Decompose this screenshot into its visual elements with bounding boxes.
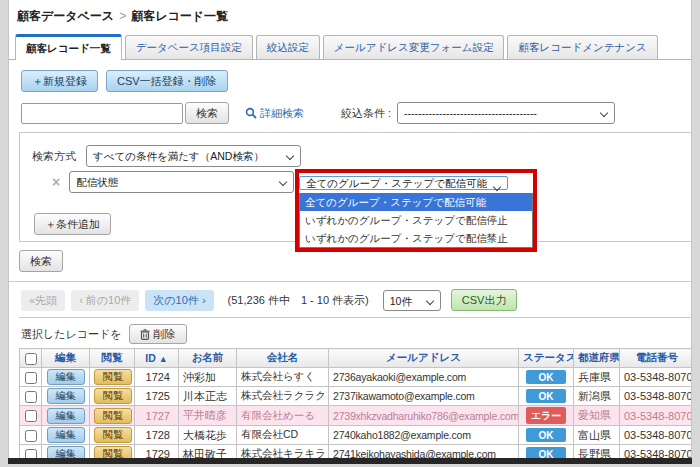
search-method-select[interactable]: すべての条件を満たす（AND検索） [86,145,301,167]
edit-button[interactable]: 編集 [47,446,85,458]
row-view-cell: 閲覧 [90,368,135,387]
view-button[interactable]: 閲覧 [94,369,132,385]
advanced-search-link[interactable]: 詳細検索 [245,106,304,121]
status-badge: OK [526,447,566,458]
row-phone: 03-5348-8070 [620,445,693,459]
dropdown-option-prohibited-any[interactable]: いずれかのグループ・ステップで配信禁止 [300,229,532,247]
row-company: 有限会社めーる [237,406,329,426]
row-checkbox-cell [20,445,42,459]
view-button[interactable]: 閲覧 [94,388,132,404]
search-bar: 検索 詳細検索 絞込条件 : -------------------------… [21,102,691,124]
new-record-button[interactable]: ＋新規登録 [21,70,98,92]
filter-condition-label: 絞込条件 : [341,106,391,121]
row-phone: 03-5348-8070 [620,368,693,387]
row-id: 1728 [135,426,179,445]
selected-records-label: 選択したレコードを [21,327,122,342]
tab-database-field-settings[interactable]: データベース項目設定 [125,35,253,59]
breadcrumb-parent: 顧客データベース [17,9,114,23]
row-checkbox[interactable] [25,391,37,403]
header-status: ステータス [519,349,574,368]
row-checkbox[interactable] [25,372,37,384]
row-id: 1727 [135,406,179,426]
header-company: 会社名 [237,349,329,368]
table-header-row: 編集 閲覧 ID ▲ お名前 会社名 メールアドレス ステータス 都道府県 電話… [20,349,693,368]
table-row: 編集 閲覧 1727 平井晴彦 有限会社めーる 2739xhkzvadharuh… [20,406,693,426]
tab-record-list[interactable]: 顧客レコード一覧 [15,34,122,60]
per-page-select[interactable]: 10件 [383,290,441,311]
tab-bar: 顧客レコード一覧 データベース項目設定 絞込設定 メールアドレス変更フォーム設定… [9,34,691,60]
table-row: 編集 閲覧 1725 川本正志 株式会社ラクラク 2737ikawamoto@e… [20,387,693,406]
header-phone: 電話番号 [620,349,693,368]
status-badge: OK [526,370,566,384]
row-status-cell: OK [519,387,574,406]
condition-field-select[interactable]: 配信状態 [69,171,294,193]
row-email: 2740kaho1882@example.com [329,426,519,445]
advanced-search-label: 詳細検索 [260,106,304,121]
row-checkbox-cell [20,426,42,445]
table-row: 編集 閲覧 1724 沖彩加 株式会社らすく 2736ayakaoki@exam… [20,368,693,387]
pagination: «先頭 ‹ 前の10件 次の10件 › (51,236 件中 1 - 10 件表… [21,289,691,311]
add-condition-button[interactable]: ＋条件追加 [34,213,111,235]
search-submit-button[interactable]: 検索 [19,250,63,272]
view-button[interactable]: 閲覧 [94,446,132,458]
breadcrumb-separator: > [114,9,131,23]
section-divider [9,281,691,282]
row-edit-cell: 編集 [42,406,90,426]
select-all-checkbox[interactable] [25,353,37,365]
toolbar: ＋新規登録 CSV一括登録・削除 [21,70,691,92]
row-company: 株式会社ラクラク [237,387,329,406]
status-badge: エラー [526,407,566,424]
row-checkbox-cell [20,368,42,387]
sort-ascending-icon: ▲ [159,354,168,364]
header-id-sortable[interactable]: ID ▲ [135,349,179,368]
pagination-prev-button[interactable]: ‹ 前の10件 [71,290,139,311]
row-checkbox[interactable] [25,410,37,422]
row-prefecture: 富山県 [574,426,620,445]
row-prefecture: 愛知県 [574,406,620,426]
pagination-next-button[interactable]: 次の10件 › [145,290,213,311]
header-prefecture: 都道府県 [574,349,620,368]
edit-button[interactable]: 編集 [47,388,85,404]
view-button[interactable]: 閲覧 [94,427,132,443]
view-button[interactable]: 閲覧 [94,408,132,424]
row-status-cell: OK [519,368,574,387]
header-email: メールアドレス [329,349,519,368]
condition-value-select[interactable]: 全てのグループ・ステップで配信可能 [299,176,508,190]
table-row: 編集 閲覧 1728 大橋花歩 有限会社CD 2740kaho1882@exam… [20,426,693,445]
trash-icon [140,329,150,340]
record-table: 編集 閲覧 ID ▲ お名前 会社名 メールアドレス ステータス 都道府県 電話… [19,348,692,458]
pagination-first-button[interactable]: «先頭 [21,290,65,311]
csv-export-button[interactable]: CSV出力 [451,289,518,311]
row-edit-cell: 編集 [42,387,90,406]
tab-filter-settings[interactable]: 絞込設定 [256,35,320,59]
remove-condition-icon[interactable]: × [52,174,60,190]
dropdown-option-stopped-any[interactable]: いずれかのグループ・ステップで配信停止 [300,211,532,229]
search-input[interactable] [21,103,183,124]
delete-button[interactable]: 削除 [129,324,187,344]
row-checkbox[interactable] [25,430,37,442]
row-edit-cell: 編集 [42,368,90,387]
row-checkbox[interactable] [25,449,37,458]
header-edit: 編集 [42,349,90,368]
row-id: 1725 [135,387,179,406]
row-name: 林田敬子 [179,445,237,459]
chevron-down-icon [600,109,608,117]
annotation-red-box: 全てのグループ・ステップで配信可能 全てのグループ・ステップで配信可能 いずれか… [295,169,537,252]
condition-value-dropdown: 全てのグループ・ステップで配信可能 いずれかのグループ・ステップで配信停止 いず… [299,193,533,248]
edit-button[interactable]: 編集 [47,427,85,443]
edit-button[interactable]: 編集 [47,369,85,385]
status-badge: OK [526,428,566,442]
search-button[interactable]: 検索 [185,102,229,124]
row-id: 1729 [135,445,179,459]
tab-email-change-form-settings[interactable]: メールアドレス変更フォーム設定 [323,35,505,59]
tab-record-maintenance[interactable]: 顧客レコードメンテナンス [507,35,657,59]
app-window: 顧客データベース>顧客レコード一覧 顧客レコード一覧 データベース項目設定 絞込… [8,0,692,458]
dropdown-option-deliverable-all[interactable]: 全てのグループ・ステップで配信可能 [300,193,532,211]
edit-button[interactable]: 編集 [47,408,85,424]
csv-bulk-button[interactable]: CSV一括登録・削除 [106,70,228,92]
row-edit-cell: 編集 [42,445,90,459]
row-status-cell: エラー [519,406,574,426]
row-prefecture: 長野県 [574,445,620,459]
row-company: 株式会社らすく [237,368,329,387]
filter-condition-select[interactable]: -------------------------------------- [397,102,615,124]
